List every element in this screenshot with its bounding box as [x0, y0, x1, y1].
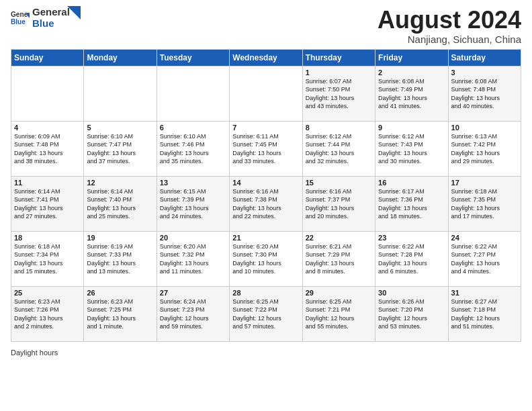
- calendar-cell: [11, 66, 84, 121]
- calendar-cell: [157, 66, 229, 121]
- calendar-cell: 27Sunrise: 6:24 AM Sunset: 7:23 PM Dayli…: [157, 286, 229, 341]
- day-number: 1: [306, 68, 372, 77]
- day-info: Sunrise: 6:19 AM Sunset: 7:33 PM Dayligh…: [87, 242, 153, 276]
- day-number: 11: [14, 179, 81, 187]
- day-number: 20: [160, 234, 226, 242]
- day-info: Sunrise: 6:15 AM Sunset: 7:39 PM Dayligh…: [160, 187, 226, 221]
- calendar-cell: 7Sunrise: 6:11 AM Sunset: 7:45 PM Daylig…: [230, 121, 302, 176]
- calendar-cell: 12Sunrise: 6:14 AM Sunset: 7:40 PM Dayli…: [84, 176, 157, 231]
- day-info: Sunrise: 6:27 AM Sunset: 7:18 PM Dayligh…: [451, 298, 518, 331]
- day-number: 24: [451, 234, 518, 242]
- calendar-week-4: 25Sunrise: 6:23 AM Sunset: 7:26 PM Dayli…: [11, 286, 521, 341]
- calendar-table: SundayMondayTuesdayWednesdayThursdayFrid…: [11, 49, 521, 342]
- day-info: Sunrise: 6:20 AM Sunset: 7:32 PM Dayligh…: [160, 242, 226, 276]
- day-info: Sunrise: 6:14 AM Sunset: 7:40 PM Dayligh…: [87, 187, 153, 221]
- calendar-cell: [230, 66, 302, 121]
- calendar-cell: 14Sunrise: 6:16 AM Sunset: 7:38 PM Dayli…: [230, 176, 302, 231]
- day-info: Sunrise: 6:08 AM Sunset: 7:48 PM Dayligh…: [451, 77, 518, 111]
- calendar-cell: 11Sunrise: 6:14 AM Sunset: 7:41 PM Dayli…: [11, 176, 84, 231]
- day-info: Sunrise: 6:21 AM Sunset: 7:29 PM Dayligh…: [306, 242, 372, 276]
- calendar-week-0: 1Sunrise: 6:07 AM Sunset: 7:50 PM Daylig…: [11, 66, 521, 121]
- day-number: 19: [87, 234, 153, 242]
- day-info: Sunrise: 6:25 AM Sunset: 7:22 PM Dayligh…: [232, 298, 299, 331]
- header-day-friday: Friday: [375, 49, 448, 66]
- title-block: August 2024 Nanjiang, Sichuan, China: [378, 7, 521, 45]
- day-number: 21: [232, 234, 299, 242]
- calendar-cell: 3Sunrise: 6:08 AM Sunset: 7:48 PM Daylig…: [448, 66, 521, 121]
- calendar-cell: 19Sunrise: 6:19 AM Sunset: 7:33 PM Dayli…: [84, 231, 157, 286]
- header-day-thursday: Thursday: [302, 49, 375, 66]
- day-number: 26: [87, 289, 153, 297]
- footer: Daylight hours: [0, 347, 532, 358]
- header-day-monday: Monday: [84, 49, 157, 66]
- day-number: 4: [14, 124, 81, 132]
- day-info: Sunrise: 6:17 AM Sunset: 7:36 PM Dayligh…: [378, 187, 445, 221]
- day-info: Sunrise: 6:20 AM Sunset: 7:30 PM Dayligh…: [232, 242, 299, 276]
- calendar-cell: 18Sunrise: 6:18 AM Sunset: 7:34 PM Dayli…: [11, 231, 84, 286]
- calendar-cell: 5Sunrise: 6:10 AM Sunset: 7:47 PM Daylig…: [84, 121, 157, 176]
- calendar-cell: 1Sunrise: 6:07 AM Sunset: 7:50 PM Daylig…: [302, 66, 375, 121]
- day-number: 9: [378, 124, 445, 132]
- day-info: Sunrise: 6:09 AM Sunset: 7:48 PM Dayligh…: [14, 132, 81, 166]
- header-day-wednesday: Wednesday: [230, 49, 302, 66]
- calendar-cell: 21Sunrise: 6:20 AM Sunset: 7:30 PM Dayli…: [230, 231, 302, 286]
- calendar-cell: [84, 66, 157, 121]
- day-number: 31: [451, 289, 518, 297]
- day-number: 2: [378, 68, 445, 77]
- header-day-sunday: Sunday: [11, 49, 84, 66]
- calendar-cell: 16Sunrise: 6:17 AM Sunset: 7:36 PM Dayli…: [375, 176, 448, 231]
- day-info: Sunrise: 6:12 AM Sunset: 7:44 PM Dayligh…: [306, 132, 372, 166]
- day-number: 28: [232, 289, 299, 297]
- svg-text:General: General: [11, 11, 30, 18]
- calendar-cell: 8Sunrise: 6:12 AM Sunset: 7:44 PM Daylig…: [302, 121, 375, 176]
- day-number: 27: [160, 289, 226, 297]
- calendar-cell: 9Sunrise: 6:12 AM Sunset: 7:43 PM Daylig…: [375, 121, 448, 176]
- calendar-cell: 23Sunrise: 6:22 AM Sunset: 7:28 PM Dayli…: [375, 231, 448, 286]
- day-info: Sunrise: 6:23 AM Sunset: 7:25 PM Dayligh…: [87, 298, 153, 331]
- day-number: 12: [87, 179, 153, 187]
- day-info: Sunrise: 6:18 AM Sunset: 7:35 PM Dayligh…: [451, 187, 518, 221]
- logo-blue-text: Blue: [32, 18, 70, 30]
- day-info: Sunrise: 6:18 AM Sunset: 7:34 PM Dayligh…: [14, 242, 81, 276]
- calendar-cell: 31Sunrise: 6:27 AM Sunset: 7:18 PM Dayli…: [448, 286, 521, 341]
- calendar-week-2: 11Sunrise: 6:14 AM Sunset: 7:41 PM Dayli…: [11, 176, 521, 231]
- day-number: 15: [306, 179, 372, 187]
- day-number: 22: [306, 234, 372, 242]
- day-info: Sunrise: 6:16 AM Sunset: 7:37 PM Dayligh…: [306, 187, 372, 221]
- day-info: Sunrise: 6:11 AM Sunset: 7:45 PM Dayligh…: [232, 132, 299, 166]
- day-number: 13: [160, 179, 226, 187]
- day-info: Sunrise: 6:22 AM Sunset: 7:28 PM Dayligh…: [378, 242, 445, 276]
- day-info: Sunrise: 6:25 AM Sunset: 7:21 PM Dayligh…: [306, 298, 372, 331]
- calendar-cell: 22Sunrise: 6:21 AM Sunset: 7:29 PM Dayli…: [302, 231, 375, 286]
- day-number: 5: [87, 124, 153, 132]
- day-info: Sunrise: 6:26 AM Sunset: 7:20 PM Dayligh…: [378, 298, 445, 331]
- day-number: 23: [378, 234, 445, 242]
- calendar-cell: 26Sunrise: 6:23 AM Sunset: 7:25 PM Dayli…: [84, 286, 157, 341]
- day-number: 29: [306, 289, 372, 297]
- day-number: 18: [14, 234, 81, 242]
- day-number: 3: [451, 68, 518, 77]
- day-info: Sunrise: 6:14 AM Sunset: 7:41 PM Dayligh…: [14, 187, 81, 221]
- day-number: 25: [14, 289, 81, 297]
- day-info: Sunrise: 6:10 AM Sunset: 7:47 PM Dayligh…: [87, 132, 153, 166]
- day-number: 10: [451, 124, 518, 132]
- day-number: 16: [378, 179, 445, 187]
- header-day-tuesday: Tuesday: [157, 49, 229, 66]
- day-info: Sunrise: 6:16 AM Sunset: 7:38 PM Dayligh…: [232, 187, 299, 221]
- logo: General Blue General Blue: [11, 7, 81, 29]
- svg-text:Blue: Blue: [11, 18, 26, 26]
- calendar-cell: 15Sunrise: 6:16 AM Sunset: 7:37 PM Dayli…: [302, 176, 375, 231]
- svg-marker-3: [67, 6, 81, 19]
- day-info: Sunrise: 6:07 AM Sunset: 7:50 PM Dayligh…: [306, 77, 372, 111]
- main-title: August 2024: [378, 7, 521, 34]
- calendar-cell: 6Sunrise: 6:10 AM Sunset: 7:46 PM Daylig…: [157, 121, 229, 176]
- day-number: 14: [232, 179, 299, 187]
- calendar-cell: 17Sunrise: 6:18 AM Sunset: 7:35 PM Dayli…: [448, 176, 521, 231]
- day-info: Sunrise: 6:10 AM Sunset: 7:46 PM Dayligh…: [160, 132, 226, 166]
- calendar: SundayMondayTuesdayWednesdayThursdayFrid…: [0, 49, 532, 347]
- calendar-cell: 10Sunrise: 6:13 AM Sunset: 7:42 PM Dayli…: [448, 121, 521, 176]
- header: General Blue General Blue August 2024 Na…: [0, 0, 532, 49]
- daylight-hours-label: Daylight hours: [11, 349, 58, 357]
- calendar-cell: 29Sunrise: 6:25 AM Sunset: 7:21 PM Dayli…: [302, 286, 375, 341]
- header-day-saturday: Saturday: [448, 49, 521, 66]
